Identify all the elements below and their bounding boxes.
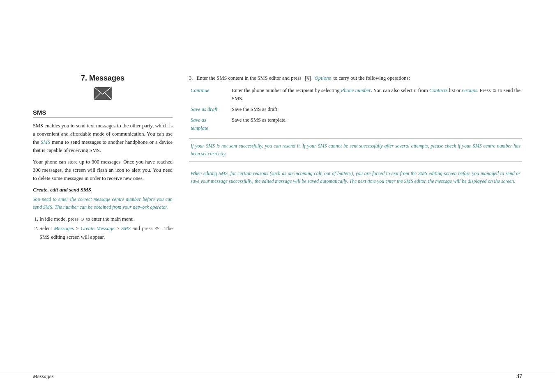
options-link[interactable]: Options (315, 75, 331, 81)
option-save-draft-desc: Save the SMS as draft. (230, 104, 522, 115)
chapter-title: 7. Messages (33, 74, 173, 83)
option-continue: Continue Enter the phone number of the r… (189, 85, 522, 104)
step-1: In idle mode, press ☺ to enter the main … (39, 215, 173, 224)
page: 7. Messages SMS SMS enables you to send … (0, 0, 555, 392)
option-save-draft-label: Save as draft (189, 104, 230, 115)
option-save-template: Save astemplate Save the SMS as template… (189, 115, 522, 134)
info-box: When editing SMS, for certain reasons (s… (189, 166, 522, 189)
sms-intro-p1: SMS enables you to send text messages to… (33, 122, 173, 154)
smiley-icon-2: ☺ (154, 225, 159, 233)
sms-intro-p2: Your phone can store up to 300 messages.… (33, 158, 173, 182)
note-box: You need to enter the correct message ce… (33, 196, 173, 211)
steps-list: In idle mode, press ☺ to enter the main … (39, 215, 173, 241)
step-2: Select Messages > Create Message > SMS a… (39, 224, 173, 241)
groups-link: Groups (462, 88, 477, 93)
option-continue-desc: Enter the phone number of the recipient … (230, 85, 522, 104)
warning-box: If your SMS is not sent successfully, yo… (189, 138, 522, 161)
right-column: 3. Enter the SMS content in the SMS edit… (189, 74, 522, 244)
phone-number-link: Phone number (341, 88, 371, 93)
subsection-title: Create, edit and send SMS (33, 187, 173, 193)
smiley-icon-1: ☺ (80, 215, 85, 224)
options-table: Continue Enter the phone number of the r… (189, 85, 522, 134)
footer: Messages 37 (0, 373, 555, 380)
chapter-icon (33, 87, 173, 101)
smiley-icon-3: ☺ (492, 87, 497, 95)
option-save-draft: Save as draft Save the SMS as draft. (189, 104, 522, 115)
messages-link[interactable]: Messages (54, 226, 74, 231)
step-3-intro: 3. Enter the SMS content in the SMS edit… (189, 74, 522, 83)
edit-icon: ✎ (305, 76, 311, 81)
option-save-template-label: Save astemplate (189, 115, 230, 134)
footer-left: Messages (33, 373, 54, 380)
sms-link-2[interactable]: SMS (121, 226, 131, 231)
left-column: 7. Messages SMS SMS enables you to send … (33, 74, 173, 244)
option-continue-label: Continue (189, 85, 230, 104)
option-save-template-desc: Save the SMS as template. (230, 115, 522, 134)
sms-link[interactable]: SMS (41, 139, 50, 145)
create-message-link[interactable]: Create Message (81, 226, 114, 231)
contacts-link: Contacts (429, 88, 447, 93)
footer-right: 37 (516, 373, 522, 380)
sms-section-heading: SMS (33, 109, 173, 118)
